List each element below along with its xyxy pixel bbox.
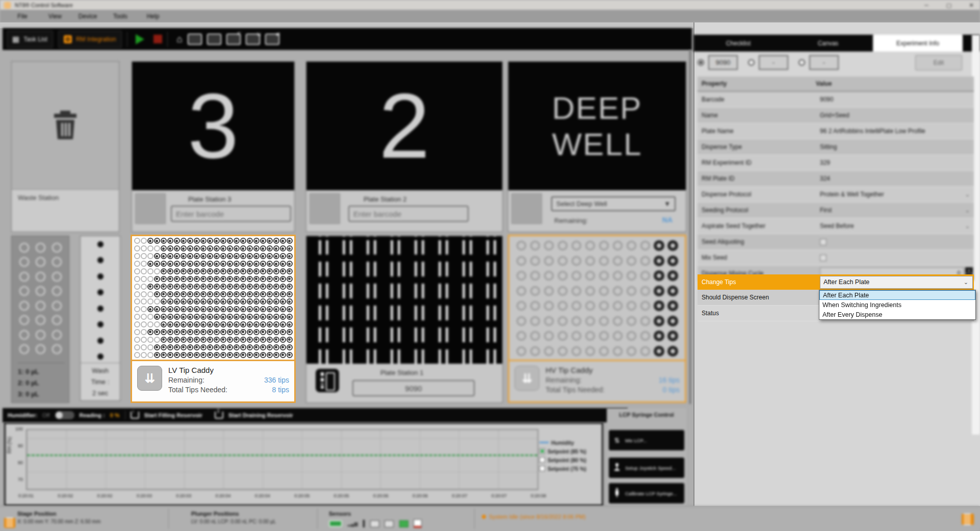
tip [260, 298, 266, 305]
setpoint-80-checkbox[interactable] [539, 457, 545, 463]
menu-help[interactable]: Help [137, 13, 169, 20]
close-button[interactable]: ✕ [964, 1, 979, 10]
tip [253, 329, 260, 335]
tab-canvas[interactable]: Canvas [783, 35, 873, 52]
plate-thumbnail[interactable] [135, 193, 166, 224]
tab-experiment-info[interactable]: Experiment Info [873, 35, 963, 52]
start-draining-button[interactable]: Start Draining Reservoir [228, 412, 293, 418]
reading-label: Reading : [80, 412, 105, 418]
dropdown-option-after-each-plate[interactable]: After Each Plate [819, 290, 975, 300]
plate-thumbnail[interactable] [310, 193, 340, 224]
menu-tools[interactable]: Tools [104, 13, 137, 20]
setpoint-75-checkbox[interactable] [539, 466, 545, 471]
tab-checklist[interactable]: Checklist [693, 35, 783, 52]
value-cell: Protein & Well Together⌄ [816, 187, 974, 202]
setup-joystick-speed-button[interactable]: Setup Joystick Speed... [609, 458, 684, 478]
tip [640, 286, 650, 296]
plate-station-3-display[interactable]: 3 [132, 62, 294, 190]
tip [161, 298, 167, 305]
tip [194, 337, 200, 343]
well-plate-96-icon[interactable] [188, 34, 202, 45]
y-tick-label: 90 [10, 443, 23, 448]
hv-caddy-title: HV Tip Caddy [546, 366, 680, 374]
tip [544, 316, 554, 326]
hv-tip-grid[interactable] [514, 238, 680, 359]
tip [220, 314, 226, 320]
dropdown-option-after-every-dispense[interactable]: After Every Dispense [819, 310, 975, 319]
rm-integration-button[interactable]: RM Integration [58, 31, 122, 48]
tip [200, 253, 207, 259]
select-value[interactable]: First [820, 207, 832, 214]
notification-icon[interactable] [962, 514, 974, 525]
plate-1-barcode-box[interactable] [708, 55, 738, 70]
plate-2-radio[interactable] [748, 59, 755, 66]
tip [180, 306, 187, 312]
plate-station-1-barcode-input[interactable] [352, 380, 475, 396]
plate-station-1-well-display[interactable] [306, 236, 502, 364]
tip [654, 300, 664, 311]
mix-lcp-button[interactable]: ⇅ Mix LCP... [609, 430, 684, 450]
tip [207, 352, 213, 358]
tip [147, 298, 153, 305]
stage-position-section: Stage Position X: 0.00 mm Y: 70.00 mm Z:… [17, 511, 100, 524]
dropdown-option-when-switching-ingredients[interactable]: When Switching Ingredients [819, 300, 975, 310]
tip [240, 276, 246, 282]
maximize-button[interactable]: ▢ [941, 1, 957, 10]
well-plate-384-icon[interactable] [207, 34, 221, 45]
menu-file[interactable]: File [6, 13, 39, 20]
task-list-button[interactable]: ▦ Task List [7, 31, 53, 48]
tip [207, 253, 213, 259]
select-value[interactable]: Protein & Well Together [820, 191, 884, 198]
menu-device[interactable]: Device [71, 13, 104, 20]
app-window: NT8® Control Software ─ ▢ ✕ File View De… [0, 0, 980, 531]
humidifier-toggle[interactable] [55, 411, 74, 419]
plate-3-radio[interactable] [798, 59, 805, 66]
notification-icon[interactable] [4, 518, 15, 528]
plate-thumbnail[interactable] [511, 193, 542, 224]
tip [287, 291, 293, 297]
checkbox[interactable] [820, 255, 827, 261]
waste-station-deck[interactable] [12, 62, 119, 189]
tip [134, 314, 140, 320]
tip [154, 291, 160, 297]
hv-needed-value: 0 tips [663, 386, 680, 394]
spin-up-button[interactable]: ▲ [965, 267, 973, 273]
start-filling-button[interactable]: Start Filling Reservoir [144, 412, 202, 418]
tip [227, 291, 233, 297]
plate-station-2-barcode-input[interactable] [348, 206, 469, 222]
select-value[interactable]: Seed Before [820, 222, 854, 230]
plate-station-3-barcode-input[interactable] [171, 206, 291, 222]
lv-tip-grid[interactable] [134, 237, 293, 359]
plate-station-2-display[interactable]: 2 [306, 62, 502, 190]
stop-button[interactable] [153, 35, 162, 43]
deep-well-select[interactable]: Select Deep Well ▼ [551, 196, 676, 211]
tip [167, 314, 173, 320]
run-button[interactable] [136, 34, 144, 44]
plate-1-radio[interactable] [698, 59, 704, 66]
tip [161, 284, 167, 290]
tip [253, 298, 260, 305]
tip [517, 271, 526, 281]
plate-unload-icon[interactable]: ⇲ [246, 34, 260, 45]
home-button[interactable]: ⌂ [177, 34, 183, 44]
device-alert-icon [414, 519, 422, 528]
deep-well-display[interactable]: DEEP WELL [508, 62, 686, 190]
nozzle [97, 241, 104, 247]
tip [187, 352, 193, 358]
tip [280, 329, 286, 335]
well [19, 243, 29, 252]
change-tips-combobox[interactable]: After Each Plate⌄ [820, 276, 973, 289]
tip [174, 344, 180, 350]
tip [207, 337, 213, 343]
plate-3-barcode-box[interactable] [809, 55, 839, 70]
plate-load-icon[interactable]: ⇱ [226, 34, 241, 45]
plate-transfer-icon[interactable]: ⇄ [265, 34, 279, 45]
minimize-button[interactable]: ─ [919, 1, 934, 10]
setpoint-85-checkbox[interactable] [539, 448, 545, 454]
edit-button[interactable]: Edit [915, 55, 962, 70]
checkbox[interactable] [820, 239, 827, 245]
plate-2-barcode-box[interactable] [759, 55, 788, 70]
tip [544, 256, 554, 266]
calibrate-lcp-syringe-button[interactable]: Calibrate LCP Syringe... [609, 483, 684, 503]
menu-view[interactable]: View [39, 13, 71, 20]
